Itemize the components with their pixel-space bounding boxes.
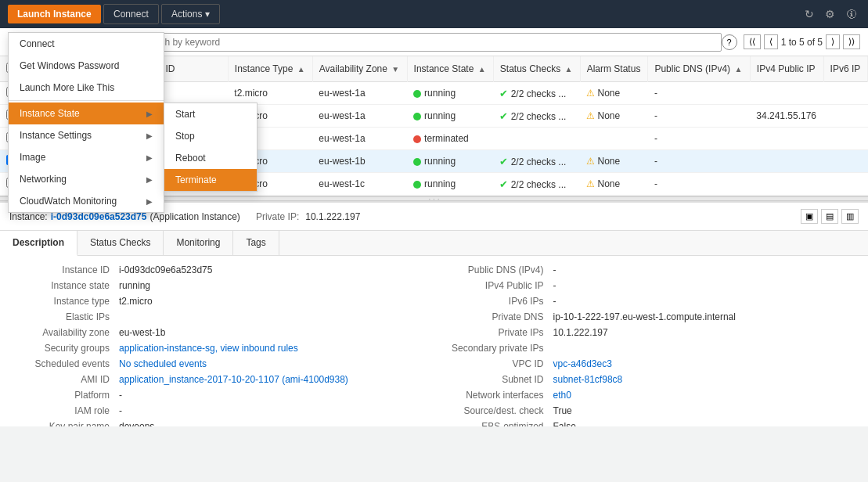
connect-button[interactable]: Connect [103,4,159,24]
col-ipv4[interactable]: IPv4 Public IP [750,56,823,82]
warning-icon: ⚠ [586,88,595,99]
check-icon: ✔ [499,178,508,190]
menu-item-connect[interactable]: Connect [9,33,164,55]
detail-value[interactable]: application-instance-sg, view inbound ru… [119,343,298,354]
state-dot [413,90,421,98]
description-tabs: Description Status Checks Monitoring Tag… [0,231,868,256]
cell-status-checks: ✔ 2/2 checks ... [493,82,580,105]
detail-row: EBS-optimizedFalse [444,419,859,426]
last-page-button[interactable]: ⟩⟩ [843,34,860,49]
cell-state: running [407,105,493,128]
detail-value: - [553,296,556,307]
arrow-right-icon-5: ▶ [146,197,153,206]
cell-ipv6 [823,105,867,128]
detail-value: True [553,405,572,416]
detail-label: Scheduled events [9,358,119,369]
check-icon: ✔ [499,110,508,122]
detail-row: Source/dest. checkTrue [444,403,859,419]
detail-value: - [119,390,122,401]
sort-icon-state: ▲ [478,65,486,74]
detail-label: Key pair name [9,421,119,426]
detail-label: Instance ID [9,264,119,275]
detail-label: Network interfaces [444,390,553,401]
detail-label: Private DNS [444,311,553,322]
col-instance-type[interactable]: Instance Type ▲ [228,56,312,82]
detail-value[interactable]: eth0 [553,390,571,401]
detail-value: i-0d93dc09e6a523d75 [119,264,212,275]
col-az[interactable]: Availability Zone ▼ [312,56,407,82]
col-public-dns[interactable]: Public DNS (IPv4) ▲ [648,56,750,82]
help-top-button[interactable]: 🛈 [843,5,860,23]
menu-item-image[interactable]: Image ▶ [9,146,164,168]
arrow-right-icon-3: ▶ [146,153,153,162]
prev-page-button[interactable]: ⟨ [764,34,778,49]
cell-az: eu-west-1c [312,173,407,196]
tab-monitoring[interactable]: Monitoring [164,231,233,255]
detail-row: VPC IDvpc-a46d3ec3 [444,356,859,372]
detail-label: AMI ID [9,374,119,385]
detail-label: IPv4 Public IP [444,280,553,291]
actions-dropdown-menu: Connect Get Windows Password Launch More… [8,32,164,213]
menu-item-launch-more-like-this[interactable]: Launch More Like This [9,77,164,99]
cell-state: running [407,173,493,196]
detail-row: IPv6 IPs- [444,293,859,309]
submenu-item-stop[interactable]: Stop [164,125,257,147]
detail-row: Availability zoneeu-west-1b [9,325,425,340]
detail-value[interactable]: subnet-81cf98c8 [553,374,623,385]
sort-icon-dns: ▲ [734,65,742,74]
top-toolbar: Launch Instance Connect Actions ▾ Connec… [0,0,868,28]
refresh-button[interactable]: ↻ [801,5,817,23]
detail-value: ip-10-1-222-197.eu-west-1.compute.intern… [553,311,736,322]
tab-tags[interactable]: Tags [233,231,279,255]
menu-item-cloudwatch[interactable]: CloudWatch Monitoring ▶ [9,190,164,212]
menu-item-instance-settings[interactable]: Instance Settings ▶ [9,124,164,146]
tab-description[interactable]: Description [0,231,77,256]
detail-label: Elastic IPs [9,311,119,322]
cell-instance-type: t2.micro [228,82,312,105]
detail-label: Instance type [9,296,119,307]
menu-item-networking[interactable]: Networking ▶ [9,168,164,190]
menu-item-instance-state[interactable]: Instance State ▶ [9,103,164,124]
detail-label: Instance state [9,280,119,291]
cell-public-dns: - [648,173,750,196]
private-ip-label: Private IP: [256,211,299,222]
state-dot [413,135,421,143]
submenu-item-reboot[interactable]: Reboot [164,147,257,169]
detail-value: - [553,280,556,291]
actions-button[interactable]: Actions ▾ [161,4,220,24]
detail-row: Instance typet2.micro [9,293,425,309]
details-right-col: Public DNS (IPv4)-IPv4 Public IP-IPv6 IP… [434,262,869,426]
detail-value[interactable]: vpc-a46d3ec3 [553,358,612,369]
col-alarm-status[interactable]: Alarm Status [580,56,648,82]
detail-row: IPv4 Public IP- [444,278,859,293]
detail-row: Secondary private IPs [444,340,859,356]
cell-ipv4: 34.241.55.176 [750,105,823,128]
tab-status-checks[interactable]: Status Checks [77,231,164,255]
detail-value[interactable]: application_instance-2017-10-20-1107 (am… [119,374,348,385]
next-page-button[interactable]: ⟩ [826,34,840,49]
col-status-checks[interactable]: Status Checks ▲ [493,56,580,82]
detail-row: Public DNS (IPv4)- [444,262,859,278]
detail-value[interactable]: No scheduled events [119,358,207,369]
col-instance-state[interactable]: Instance State ▲ [407,56,493,82]
submenu-item-terminate[interactable]: Terminate [164,169,257,191]
cell-public-dns: - [648,128,750,150]
detail-value: - [119,405,122,416]
panel-icon-3-button[interactable]: ▥ [841,209,859,224]
detail-label: Platform [9,390,119,401]
submenu-item-start[interactable]: Start [164,103,257,125]
panel-icon-2-button[interactable]: ▤ [821,209,838,224]
menu-item-get-windows-password[interactable]: Get Windows Password [9,55,164,77]
detail-label: Secondary private IPs [444,343,553,354]
first-page-button[interactable]: ⟨⟨ [744,34,761,49]
launch-instance-button[interactable]: Launch Instance [8,5,101,23]
settings-button[interactable]: ⚙ [822,5,838,23]
cell-az: eu-west-1b [312,150,407,173]
panel-icon-1-button[interactable]: ▣ [801,209,818,224]
state-dot [413,113,421,120]
cell-state: running [407,82,493,105]
col-ipv6[interactable]: IPv6 IP [823,56,867,82]
cell-ipv6 [823,173,867,196]
detail-label: Private IPs [444,327,553,338]
help-icon-button[interactable]: ? [722,34,737,50]
